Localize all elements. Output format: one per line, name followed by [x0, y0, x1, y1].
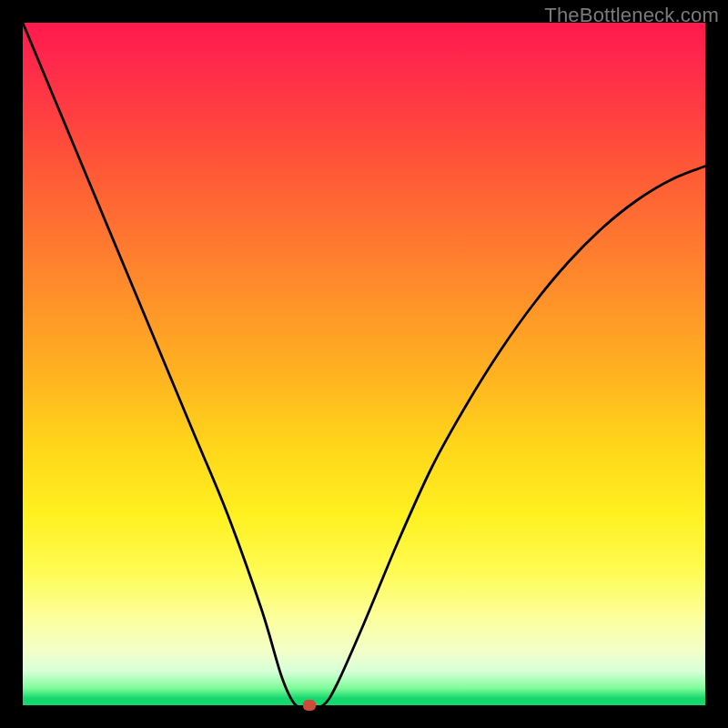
- watermark-text: TheBottleneck.com: [544, 4, 719, 27]
- plot-area: [23, 23, 705, 705]
- optimum-marker: [303, 700, 316, 711]
- curve-svg: [23, 23, 705, 705]
- chart-frame: [23, 23, 705, 705]
- bottleneck-curve: [23, 23, 705, 707]
